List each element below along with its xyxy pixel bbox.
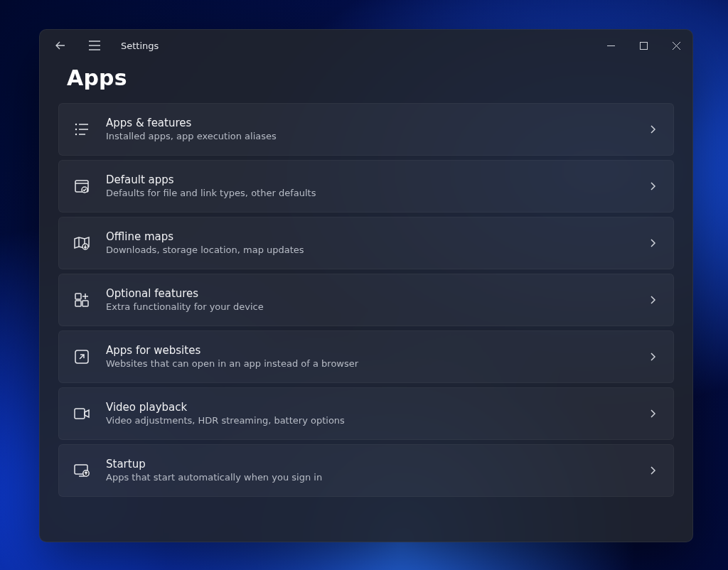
item-text: Video playback Video adjustments, HDR st…: [106, 401, 646, 427]
svg-point-3: [75, 134, 77, 135]
chevron-right-icon: [646, 464, 659, 477]
app-title: Settings: [121, 41, 159, 51]
item-optional-features[interactable]: Optional features Extra functionality fo…: [58, 274, 674, 326]
maximize-button[interactable]: [627, 34, 660, 57]
chevron-right-icon: [646, 123, 659, 136]
item-text: Apps & features Installed apps, app exec…: [106, 117, 646, 143]
titlebar: Settings: [40, 30, 692, 61]
apps-features-icon: [72, 119, 92, 139]
default-apps-icon: [72, 176, 92, 196]
item-video-playback[interactable]: Video playback Video adjustments, HDR st…: [58, 387, 674, 440]
item-title: Offline maps: [106, 230, 646, 244]
svg-point-2: [75, 129, 77, 130]
item-text: Default apps Defaults for file and link …: [106, 173, 646, 200]
svg-rect-11: [75, 409, 85, 419]
maximize-icon: [640, 42, 648, 50]
chevron-right-icon: [646, 180, 659, 193]
item-text: Startup Apps that start automatically wh…: [106, 458, 646, 484]
chevron-right-icon: [646, 237, 659, 249]
item-subtitle: Downloads, storage location, map updates: [106, 244, 646, 256]
item-offline-maps[interactable]: Offline maps Downloads, storage location…: [58, 217, 674, 269]
back-arrow-icon: [55, 40, 66, 51]
svg-point-1: [75, 124, 77, 125]
item-text: Apps for websites Websites that can open…: [106, 344, 646, 370]
item-default-apps[interactable]: Default apps Defaults for file and link …: [58, 160, 674, 213]
close-icon: [673, 42, 680, 50]
item-apps-features[interactable]: Apps & features Installed apps, app exec…: [58, 103, 674, 156]
chevron-right-icon: [646, 294, 659, 306]
item-text: Optional features Extra functionality fo…: [106, 287, 646, 313]
item-subtitle: Websites that can open in an app instead…: [106, 358, 646, 370]
hamburger-icon: [88, 41, 101, 50]
item-subtitle: Extra functionality for your device: [106, 301, 646, 313]
minimize-icon: [607, 42, 615, 50]
item-subtitle: Installed apps, app execution aliases: [106, 131, 646, 142]
offline-maps-icon: [72, 233, 92, 253]
titlebar-left: Settings: [50, 35, 159, 56]
apps-websites-icon: [72, 347, 92, 367]
item-title: Default apps: [106, 173, 646, 187]
settings-window: Settings Apps Apps &: [39, 29, 693, 542]
page-title: Apps: [67, 65, 692, 90]
svg-rect-9: [82, 301, 88, 306]
item-title: Apps for websites: [106, 344, 646, 357]
minimize-button[interactable]: [594, 34, 627, 57]
chevron-right-icon: [646, 350, 659, 363]
item-text: Offline maps Downloads, storage location…: [106, 230, 646, 257]
item-title: Startup: [106, 458, 646, 471]
back-button[interactable]: [50, 35, 71, 56]
item-title: Optional features: [106, 287, 646, 301]
item-subtitle: Apps that start automatically when you s…: [106, 472, 646, 483]
startup-icon: [72, 461, 92, 480]
optional-features-icon: [72, 290, 92, 310]
video-playback-icon: [72, 404, 92, 424]
settings-list: Apps & features Installed apps, app exec…: [40, 103, 692, 497]
item-title: Video playback: [106, 401, 646, 414]
close-button[interactable]: [660, 34, 692, 57]
window-controls: [594, 34, 692, 57]
item-subtitle: Video adjustments, HDR streaming, batter…: [106, 415, 646, 426]
item-startup[interactable]: Startup Apps that start automatically wh…: [58, 444, 674, 497]
item-apps-for-websites[interactable]: Apps for websites Websites that can open…: [58, 330, 674, 383]
chevron-right-icon: [646, 407, 659, 420]
svg-rect-0: [640, 42, 647, 49]
svg-rect-8: [75, 301, 81, 306]
svg-rect-7: [75, 294, 81, 299]
item-title: Apps & features: [106, 117, 646, 130]
nav-menu-button[interactable]: [84, 35, 105, 56]
item-subtitle: Defaults for file and link types, other …: [106, 188, 646, 199]
